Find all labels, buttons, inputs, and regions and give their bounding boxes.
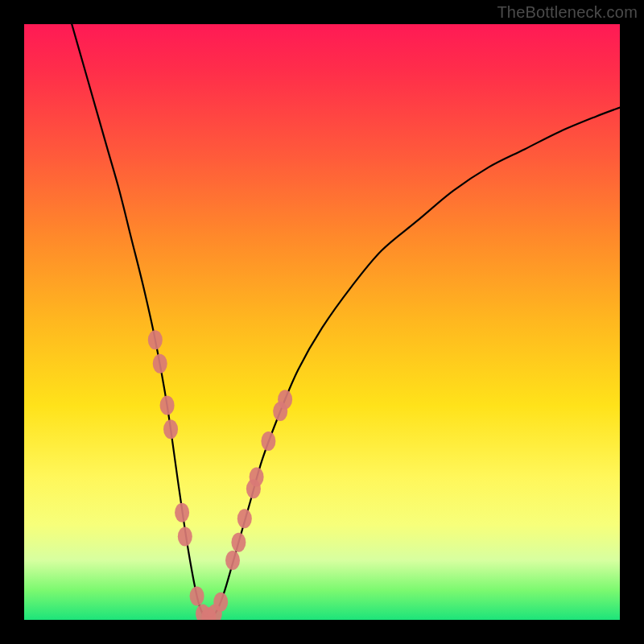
chart-gradient-area <box>24 24 620 620</box>
chart-frame: TheBottleneck.com <box>0 0 644 644</box>
watermark-label: TheBottleneck.com <box>497 3 638 22</box>
